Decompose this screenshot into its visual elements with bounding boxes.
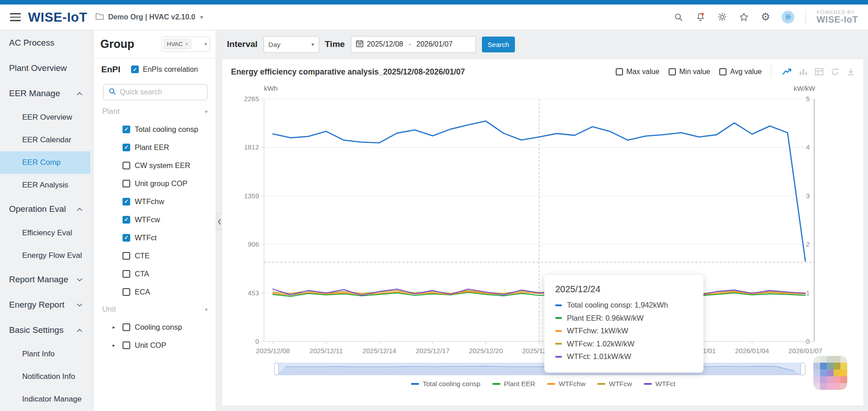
chart-plot[interactable]: 0453906135918122265012345kWhkW/kW2025/12… <box>222 59 864 406</box>
enpi-correlation-checkbox[interactable]: ✓ EnPIs correlation <box>131 65 198 74</box>
search-icon[interactable] <box>673 12 684 23</box>
checkbox[interactable]: ✓ <box>123 198 130 206</box>
sidebar-item-basic-settings[interactable]: Basic Settings <box>0 318 90 343</box>
enpi-item-eca[interactable]: ECA <box>94 283 216 301</box>
min-value-checkbox[interactable]: Min value <box>669 68 710 76</box>
refresh-icon[interactable] <box>830 67 840 76</box>
sidebar-item-label: Plant Info <box>22 350 55 359</box>
sidebar-item-ac-process[interactable]: AC Process <box>0 30 90 56</box>
checkbox[interactable] <box>123 341 130 349</box>
time-range-picker[interactable]: 2025/12/08 - 2026/01/07 <box>351 36 476 53</box>
enpi-item-cw-system-eer[interactable]: CW system EER <box>94 156 216 174</box>
legend-item-wtfct[interactable]: WTFct <box>644 380 675 388</box>
pixel-cell <box>820 383 827 390</box>
sidebar-item-eer-calendar[interactable]: EER Calendar <box>0 129 90 151</box>
enpi-item-unit-group-cop[interactable]: Unit group COP <box>94 174 216 192</box>
sidebar-item-eer-manage[interactable]: EER Manage <box>0 81 90 106</box>
group-multiselect[interactable]: HVAC × ▾ <box>161 37 210 52</box>
checkbox[interactable] <box>616 68 623 75</box>
avatar[interactable]: 孙 <box>782 11 794 23</box>
group-panel: Group HVAC × ▾ EnPI ✓ EnPIs correlation … <box>94 30 216 411</box>
sidebar-item-indicator-manage[interactable]: Indicator Manage <box>0 388 90 411</box>
section-header-unit[interactable]: Unit▾ <box>94 301 216 318</box>
checkbox[interactable]: ✓ <box>123 126 130 133</box>
tooltip-row: Total cooling consp: 1,942kWh <box>555 301 693 309</box>
enpi-item-wtfcw[interactable]: ✓WTFcw <box>94 210 216 229</box>
enpi-item-cta[interactable]: CTA <box>94 265 216 283</box>
expand-arrow-icon[interactable]: ▸ <box>113 342 118 348</box>
checkbox-label: Max value <box>627 68 660 76</box>
legend-item-total-cooling-consp[interactable]: Total cooling consp <box>411 380 481 388</box>
search-button[interactable]: Search <box>482 37 515 52</box>
checkbox[interactable] <box>123 180 130 187</box>
enpi-item-wtfchw[interactable]: ✓WTFchw <box>94 192 216 210</box>
sidebar-item-energy-flow-eval[interactable]: Energy Flow Eval <box>0 244 90 267</box>
sidebar-item-energy-report[interactable]: Energy Report <box>0 292 90 318</box>
legend-item-plant-eer[interactable]: Plant EER <box>492 380 535 388</box>
interval-label: Interval <box>227 39 258 49</box>
top-accent-strip <box>0 0 868 5</box>
enpi-item-wtfct[interactable]: ✓WTFct <box>94 229 216 247</box>
sidebar-item-notification-info[interactable]: Notification Info <box>0 365 90 388</box>
svg-text:2026/01/07: 2026/01/07 <box>788 347 822 355</box>
series-marker <box>555 317 562 319</box>
enpi-item-unit-cop[interactable]: ▸Unit COP <box>94 336 216 354</box>
sidebar-item-eer-comp[interactable]: EER Comp <box>0 151 90 174</box>
quick-search-input[interactable] <box>120 88 207 96</box>
pixel-cell <box>813 369 820 376</box>
sidebar-item-report-manage[interactable]: Report Manage <box>0 267 90 292</box>
brightness-icon[interactable] <box>717 12 727 23</box>
max-value-checkbox[interactable]: Max value <box>616 68 660 76</box>
checkbox[interactable]: ✓ <box>131 65 139 73</box>
pixel-cell <box>813 363 820 369</box>
legend-marker <box>411 383 419 385</box>
favorites-star-icon[interactable] <box>738 12 749 23</box>
checkbox[interactable] <box>123 288 130 296</box>
pixel-watermark <box>811 354 849 392</box>
group-tag[interactable]: HVAC × <box>164 39 191 49</box>
enpi-item-label: Total cooling consp <box>135 125 198 134</box>
checkbox[interactable] <box>669 68 676 75</box>
svg-text:2: 2 <box>806 240 810 248</box>
interval-select[interactable]: Day ▾ <box>264 36 319 53</box>
section-header-plant[interactable]: Plant▾ <box>94 103 216 120</box>
tag-remove-icon[interactable]: × <box>185 41 188 47</box>
sidebar-item-plant-info[interactable]: Plant Info <box>0 343 90 365</box>
enpi-item-cooling-consp[interactable]: ▸Cooling consp <box>94 318 216 336</box>
checkbox[interactable] <box>719 68 726 75</box>
enpi-item-total-cooling-consp[interactable]: ✓Total cooling consp <box>94 120 216 138</box>
line-chart-icon[interactable] <box>782 68 792 76</box>
checkbox[interactable] <box>123 323 130 331</box>
checkbox[interactable] <box>123 162 130 169</box>
hamburger-menu-icon[interactable] <box>10 13 21 21</box>
app-logo: WISE-IoT <box>28 10 87 25</box>
org-selector[interactable]: Demo Org | HVAC v2.10.0 ▾ <box>95 13 203 22</box>
checkbox[interactable] <box>123 270 130 278</box>
bar-chart-icon[interactable] <box>799 68 808 76</box>
sidebar-item-operation-eval[interactable]: Operation Eval <box>0 196 90 222</box>
checkbox[interactable]: ✓ <box>123 216 130 224</box>
legend-item-wtfchw[interactable]: WTFchw <box>547 380 585 388</box>
enpi-item-plant-eer[interactable]: ✓Plant EER <box>94 138 216 156</box>
download-icon[interactable] <box>846 67 855 76</box>
svg-text:4: 4 <box>806 143 810 151</box>
avg-value-checkbox[interactable]: Avg value <box>719 68 762 76</box>
settings-gear-icon[interactable]: ⚙ <box>760 12 771 23</box>
sidebar-item-efficiency-eval[interactable]: Efficiency Eval <box>0 222 90 244</box>
checkbox[interactable]: ✓ <box>123 234 130 242</box>
table-view-icon[interactable] <box>815 68 824 76</box>
expand-arrow-icon[interactable]: ▸ <box>113 324 118 330</box>
sidebar-item-plant-overview[interactable]: Plant Overview <box>0 56 90 81</box>
sidebar-item-eer-overview[interactable]: EER Overview <box>0 106 90 129</box>
notifications-bell-icon[interactable] <box>695 12 706 23</box>
sidebar-item-eer-analysis[interactable]: EER Analysis <box>0 174 90 196</box>
sidebar-item-label: EER Manage <box>9 89 60 98</box>
legend-item-wtfcw[interactable]: WTFcw <box>597 380 632 388</box>
chevron-up-icon <box>77 208 82 211</box>
checkbox[interactable] <box>123 252 130 260</box>
search-icon <box>108 88 116 97</box>
svg-text:453: 453 <box>248 289 259 297</box>
checkbox[interactable]: ✓ <box>123 144 130 151</box>
quick-search-box[interactable] <box>103 84 208 100</box>
enpi-item-cte[interactable]: CTE <box>94 247 216 265</box>
